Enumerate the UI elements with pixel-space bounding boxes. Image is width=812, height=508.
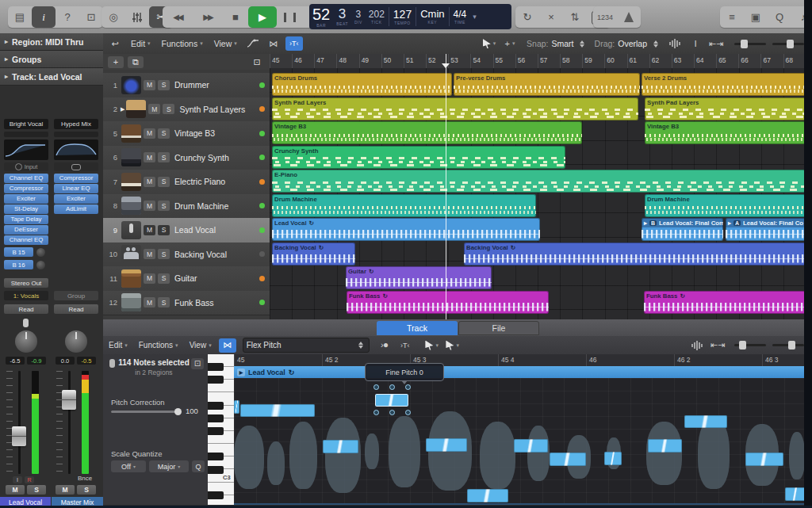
mute-button[interactable]: M: [148, 104, 160, 114]
region-synth-pad-2[interactable]: Synth Pad Layers: [645, 97, 806, 120]
solo-button-left[interactable]: S: [27, 485, 46, 495]
toolbar-toggle-icon[interactable]: ⊡: [79, 6, 103, 28]
scale-type-dropdown[interactable]: Major▾: [149, 460, 189, 472]
track-on-dot[interactable]: [259, 251, 265, 257]
group-slot-left[interactable]: 1: Vocals: [4, 291, 48, 300]
region-lead-vocal-take-b[interactable]: ▸BLead Vocal: Final Com: [642, 218, 723, 241]
editor-vertical-zoom-slider[interactable]: [734, 344, 766, 346]
mute-button[interactable]: M: [144, 128, 155, 139]
flex-pitch-note[interactable]: [234, 400, 239, 414]
send-slot-1[interactable]: B 15: [4, 247, 45, 257]
note-handle[interactable]: [389, 384, 395, 390]
mute-button[interactable]: M: [144, 177, 155, 187]
solo-button-right[interactable]: S: [77, 485, 96, 495]
note-handle[interactable]: [373, 410, 379, 415]
cycle-icon[interactable]: ↻: [515, 6, 539, 28]
pause-button[interactable]: [277, 6, 302, 28]
region-drum-machine-1[interactable]: Drum Machine: [272, 194, 536, 217]
playhead-marker[interactable]: [442, 63, 450, 68]
back-icon[interactable]: ↩: [106, 36, 124, 51]
black-key[interactable]: [208, 427, 224, 435]
gain-value-left[interactable]: -0.9: [27, 357, 46, 365]
plugin-slot[interactable]: Exciter: [54, 194, 98, 204]
flex-pitch-toggle[interactable]: ›T‹: [285, 36, 303, 51]
note-handle[interactable]: [373, 384, 379, 390]
region-drum-machine-2[interactable]: Drum Machine: [645, 194, 806, 217]
pan-knob-left[interactable]: [15, 330, 37, 353]
output-slot-left[interactable]: Stereo Out: [4, 278, 48, 288]
track-row-drummer[interactable]: 1 M S Drummer: [103, 73, 270, 98]
input-monitor-button[interactable]: I: [13, 476, 22, 483]
flex-mode-dropdown[interactable]: Flex Pitch: [243, 338, 370, 353]
region-funk-bass-1[interactable]: Funk Bass↻: [347, 291, 549, 314]
view-menu[interactable]: View▾: [209, 33, 243, 54]
mute-button[interactable]: M: [144, 273, 155, 284]
apple-loops-icon[interactable]: Q: [768, 6, 791, 28]
flex-pitch-note[interactable]: [514, 439, 548, 453]
solo-button[interactable]: S: [158, 273, 170, 284]
track-row-crunchy-synth[interactable]: 6 M S Crunchy Synth: [103, 146, 270, 171]
slider-knob[interactable]: [174, 408, 182, 415]
black-key[interactable]: [208, 414, 224, 422]
record-enable-button[interactable]: R: [25, 476, 34, 483]
arrange-lanes[interactable]: Chorus Drums Pre-verse Drums Verse 2 Dru…: [270, 68, 806, 319]
flex-pitch-note[interactable]: [550, 453, 586, 466]
flex-pitch-note[interactable]: [323, 440, 358, 453]
plugin-slot[interactable]: St-Delay: [4, 204, 48, 214]
editor-view-menu[interactable]: View▾: [184, 336, 217, 354]
pan-value-right[interactable]: 0.0: [56, 357, 75, 365]
mute-button-right[interactable]: M: [56, 485, 75, 495]
disclosure-icon[interactable]: ▶: [121, 106, 124, 113]
track-on-dot[interactable]: [259, 179, 265, 185]
autopunch-icon[interactable]: ⇅: [563, 6, 587, 28]
track-inspector-header[interactable]: ▸Track: Lead Vocal: [0, 68, 103, 86]
automation-icon[interactable]: [244, 36, 262, 51]
rewind-button[interactable]: ◀◀: [163, 6, 193, 28]
plugin-slot[interactable]: AdLimit: [54, 204, 98, 214]
editor-waveform-zoom-icon[interactable]: [688, 338, 706, 353]
bar-ruler[interactable]: 4546474849505152535455565758596061626364…: [270, 54, 806, 69]
input-slot-left[interactable]: Input: [4, 162, 48, 171]
pan-value-left[interactable]: -6.5: [6, 357, 25, 365]
note-handle[interactable]: [405, 384, 411, 390]
mute-button[interactable]: M: [144, 152, 155, 162]
black-key[interactable]: [208, 466, 224, 474]
region-lead-vocal[interactable]: Lead Vocal↻: [272, 218, 540, 241]
automation-mode-left[interactable]: Read: [4, 304, 48, 314]
stop-button[interactable]: ■: [223, 6, 248, 28]
flex-pitch-note[interactable]: [745, 453, 783, 466]
quick-help-icon[interactable]: ?: [56, 6, 79, 28]
region-e-piano[interactable]: E-Piano: [272, 170, 806, 193]
region-inspector-header[interactable]: ▸Region: MIDI Thru: [0, 33, 103, 51]
solo-button[interactable]: S: [158, 225, 170, 235]
pan-knob-right[interactable]: [65, 330, 87, 353]
region-guitar[interactable]: Guitar↻: [346, 266, 492, 289]
stereo-format-slot[interactable]: [54, 162, 98, 171]
mixer-icon[interactable]: [125, 6, 149, 28]
region-lead-vocal-take-a[interactable]: ▸ALead Vocal: Final Co: [726, 218, 806, 241]
flex-pitch-note[interactable]: [785, 487, 806, 501]
mute-button[interactable]: M: [144, 249, 155, 259]
channel-strip-setting-left[interactable]: Bright Vocal: [4, 119, 48, 129]
snap-value[interactable]: Smart: [552, 39, 574, 48]
track-on-dot[interactable]: [259, 155, 265, 160]
quantize-button[interactable]: Q: [192, 460, 205, 472]
secondary-tool-menu[interactable]: +▾: [501, 36, 519, 51]
scroll-in-play-icon[interactable]: ›T‹: [396, 338, 414, 353]
flex-pitch-note[interactable]: [604, 452, 622, 465]
lcd-display[interactable]: 52BAR 3BEAT 3DIV 202TICK 127TEMPO CminKE…: [309, 4, 511, 29]
track-row-backing-vocal[interactable]: 10 M S Backing Vocal: [103, 243, 270, 268]
black-key[interactable]: [208, 376, 224, 384]
lcd-chevron-icon[interactable]: ▾: [469, 13, 480, 21]
editor-functions-menu[interactable]: Functions▾: [133, 336, 184, 354]
region-preverse-drums[interactable]: Pre-verse Drums: [454, 73, 640, 96]
solo-button[interactable]: S: [158, 177, 170, 187]
solo-button[interactable]: S: [158, 152, 170, 162]
plugin-slot[interactable]: DeEsser: [4, 225, 48, 235]
pointer-tool-menu[interactable]: ▾: [481, 36, 498, 51]
track-row-synth-pad[interactable]: 2 ▶ M S Synth Pad Layers: [103, 97, 270, 123]
eq-thumbnail-left[interactable]: [4, 139, 48, 160]
tuner-icon[interactable]: ◎: [102, 6, 125, 28]
vertical-auto-zoom-icon[interactable]: Ⅰ: [687, 36, 704, 51]
editor-edit-menu[interactable]: Edit▾: [103, 336, 133, 354]
